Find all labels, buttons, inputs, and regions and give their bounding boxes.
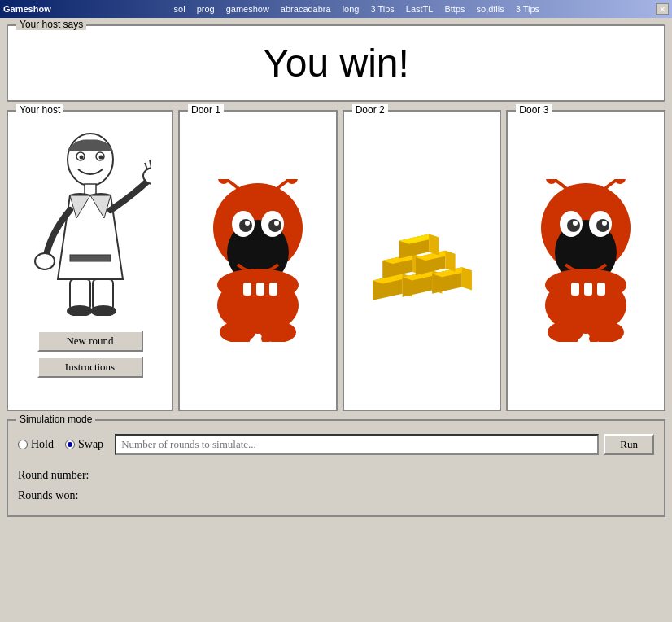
svg-point-68	[596, 219, 609, 232]
svg-point-69	[573, 221, 578, 226]
rounds-won-row: Rounds won:	[18, 485, 654, 506]
swap-label: Swap	[78, 438, 103, 451]
svg-point-21	[286, 179, 298, 184]
app-title: Gameshow	[3, 4, 51, 14]
svg-rect-34	[269, 283, 277, 296]
svg-line-12	[150, 160, 151, 168]
hold-radio[interactable]: Hold	[18, 438, 54, 451]
host-says-label: Your host says	[16, 19, 86, 30]
door-2-label: Door 2	[352, 104, 388, 116]
menu-item-3tips2[interactable]: 3 Tips	[513, 4, 543, 14]
menu-item-lasttl[interactable]: LastTL	[403, 4, 437, 14]
svg-rect-32	[243, 283, 251, 296]
hold-label: Hold	[31, 438, 54, 451]
menu-item-sol[interactable]: sol	[171, 4, 189, 14]
instructions-button[interactable]: Instructions	[37, 357, 143, 378]
strategy-radio-group: Hold Swap	[18, 438, 103, 451]
menu-item-3tips[interactable]: 3 Tips	[367, 4, 397, 14]
svg-point-42	[283, 329, 293, 339]
menu-item-abracadabra[interactable]: abracadabra	[277, 4, 334, 14]
svg-point-70	[602, 221, 607, 226]
svg-rect-75	[597, 283, 605, 296]
svg-rect-74	[584, 283, 592, 296]
door-3-label: Door 3	[516, 104, 552, 116]
svg-point-4	[98, 156, 103, 160]
simulation-label: Simulation mode	[16, 414, 95, 425]
door-2-panel[interactable]: Door 2	[343, 110, 502, 411]
menu-item-sodflls[interactable]: so,dflls	[473, 4, 508, 14]
svg-point-29	[274, 221, 279, 226]
svg-marker-60	[429, 234, 439, 256]
svg-point-27	[268, 219, 281, 232]
menu-item-prog[interactable]: prog	[194, 4, 218, 14]
door-1-panel[interactable]: Door 1	[178, 110, 338, 411]
monster-1-icon	[201, 179, 315, 342]
svg-point-61	[546, 179, 557, 184]
monster-2-icon	[529, 179, 643, 342]
panels-row: Your host	[7, 110, 665, 411]
svg-point-37	[220, 329, 230, 339]
svg-point-15	[35, 253, 55, 269]
svg-point-83	[611, 329, 621, 339]
win-message: You win!	[21, 33, 651, 90]
host-panel-label: Your host	[16, 104, 63, 116]
simulation-box: Simulation mode Hold Swap Run Round numb	[7, 419, 665, 517]
svg-point-78	[548, 329, 558, 339]
svg-marker-51	[461, 267, 471, 290]
svg-line-11	[145, 163, 147, 169]
title-bar: Gameshow sol prog gameshow abracadabra l…	[0, 0, 672, 18]
hold-radio-button[interactable]	[18, 440, 28, 449]
new-round-button[interactable]: New round	[37, 331, 143, 352]
svg-rect-33	[256, 283, 264, 296]
rounds-input[interactable]	[115, 434, 599, 455]
svg-rect-9	[70, 255, 111, 261]
door-1-label: Door 1	[188, 104, 224, 116]
close-button[interactable]: ✕	[656, 3, 669, 15]
menu-bar: sol prog gameshow abracadabra long 3 Tip…	[58, 4, 656, 14]
svg-marker-57	[445, 251, 455, 272]
svg-point-20	[218, 179, 229, 184]
main-window: Your host says You win! Your host	[0, 18, 672, 523]
host-man-icon	[29, 129, 151, 316]
simulation-controls-row: Hold Swap Run	[18, 434, 654, 455]
rounds-won-label: Rounds won:	[18, 489, 78, 502]
svg-point-3	[79, 156, 83, 160]
host-panel: Your host	[7, 110, 173, 411]
svg-rect-73	[571, 283, 579, 296]
menu-item-bttps[interactable]: Bttps	[441, 4, 468, 14]
swap-radio[interactable]: Swap	[65, 438, 103, 451]
menu-item-gameshow[interactable]: gameshow	[223, 4, 273, 14]
svg-point-28	[245, 221, 250, 226]
round-number-label: Round number:	[18, 469, 89, 481]
host-says-box: Your host says You win!	[7, 24, 665, 102]
svg-point-67	[567, 219, 580, 232]
gold-bars-icon	[369, 216, 475, 305]
menu-item-long[interactable]: long	[339, 4, 363, 14]
svg-point-26	[239, 219, 252, 232]
swap-radio-button[interactable]	[65, 440, 75, 449]
door-3-panel[interactable]: Door 3	[506, 110, 665, 411]
host-illustration	[25, 125, 155, 320]
simulation-info: Round number: Rounds won:	[18, 465, 654, 506]
run-button[interactable]: Run	[604, 434, 654, 455]
round-number-row: Round number:	[18, 465, 654, 485]
svg-point-62	[614, 179, 626, 184]
